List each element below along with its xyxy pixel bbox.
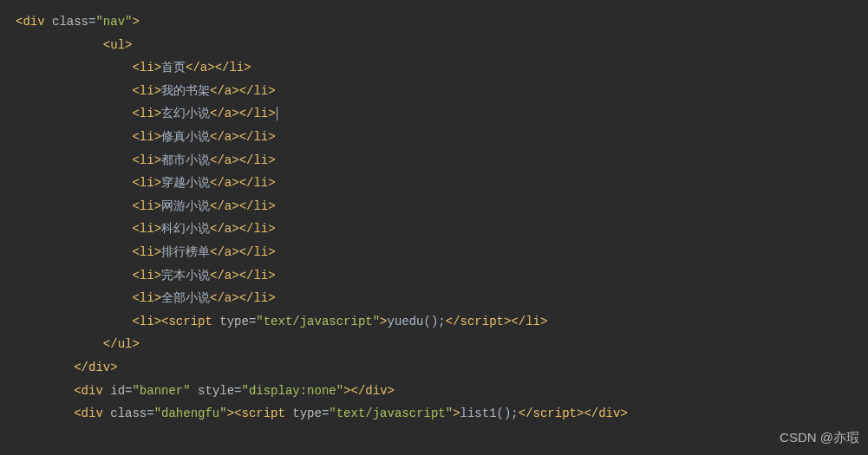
code-line: <li>都市小说</a></li> [16,149,868,172]
code-line: <li>完本小说</a></li> [16,264,868,288]
watermark: CSDN @亦瑕 [780,426,859,451]
code-block: <div class="nav"> <ul> <li>首页</a></li> <… [0,10,868,426]
code-line: <div id="banner" style="display:none"></… [16,380,868,403]
code-line: <li>我的书架</a></li> [16,80,868,103]
code-line: <ul> [16,34,868,57]
code-line: <li>科幻小说</a></li> [16,218,868,241]
code-line: <li>排行榜单</a></li> [16,241,868,264]
code-line: <div class="nav"> [16,10,868,34]
code-line: </div> [16,356,868,380]
code-line: <li>修真小说</a></li> [16,126,868,149]
code-line: <li>全部小说</a></li> [16,287,868,310]
code-line: </ul> [16,333,868,356]
code-line: <li>玄幻小说</a></li> [16,102,868,126]
code-line: <li>穿越小说</a></li> [16,172,868,195]
code-line: <li>网游小说</a></li> [16,195,868,218]
code-line: <div class="dahengfu"><script type="text… [16,402,868,426]
code-line: <li><script type="text/javascript">yuedu… [16,310,868,334]
code-line: <li>首页</a></li> [16,56,868,80]
